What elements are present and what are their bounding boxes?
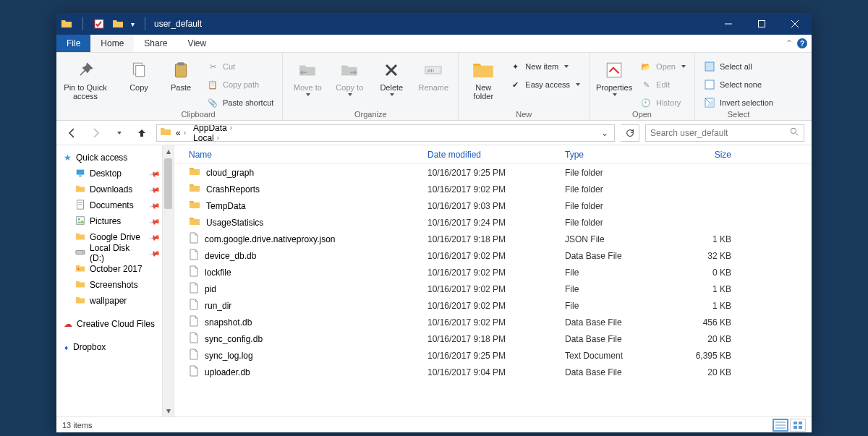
edit-button[interactable]: ✎Edit (637, 77, 689, 93)
file-type: File (565, 301, 666, 311)
new-folder-button[interactable]: New folder (464, 56, 502, 101)
scroll-thumb[interactable] (164, 158, 172, 209)
qat-dropdown-icon[interactable]: ▾ (131, 20, 135, 28)
file-icon (189, 215, 200, 229)
file-row[interactable]: cloud_graph10/16/2017 9:25 PMFile folder (174, 164, 812, 181)
file-icon (189, 182, 200, 196)
tab-view[interactable]: View (177, 35, 216, 52)
pin-icon: 📌 (149, 184, 161, 195)
nav-item[interactable]: Documents📌 (64, 197, 174, 213)
easy-access-icon: ✔ (509, 79, 521, 90)
nav-item[interactable]: Downloads📌 (64, 181, 174, 197)
file-row[interactable]: CrashReports10/16/2017 9:02 PMFile folde… (174, 181, 812, 197)
column-date[interactable]: Date modified (427, 150, 565, 160)
easy-access-button[interactable]: ✔Easy access (506, 77, 583, 93)
creative-cloud-group[interactable]: ☁ Creative Cloud Files (64, 316, 174, 332)
file-row[interactable]: uploader.db10/16/2017 9:04 PMData Base F… (174, 364, 812, 380)
svg-point-23 (78, 218, 80, 220)
nav-item[interactable]: October 2017 (64, 261, 174, 277)
nav-recent-dropdown[interactable] (110, 124, 127, 142)
nav-item-icon (75, 215, 85, 228)
properties-button[interactable]: Properties (595, 56, 633, 96)
address-dropdown-icon[interactable]: ⌄ (598, 128, 611, 138)
new-item-button[interactable]: ✦New item (506, 59, 583, 74)
svg-rect-8 (178, 62, 184, 65)
nav-forward-button[interactable] (87, 124, 104, 142)
breadcrumb-segment[interactable]: AppData › (190, 124, 258, 133)
file-row[interactable]: sync_log.log10/16/2017 9:25 PMText Docum… (174, 347, 812, 364)
search-input[interactable]: Search user_default (645, 124, 804, 142)
select-none-button[interactable]: Select none (701, 77, 776, 93)
nav-item-label: Pictures (90, 216, 121, 226)
breadcrumb-overflow[interactable]: « › (173, 128, 189, 138)
minimize-button[interactable] (712, 13, 745, 35)
dropbox-group[interactable]: ⬧ Dropbox (64, 339, 174, 355)
file-date: 10/16/2017 9:25 PM (427, 168, 565, 178)
nav-item[interactable]: Desktop📌 (64, 166, 174, 181)
file-icon (189, 282, 199, 296)
paste-button[interactable]: Paste (162, 56, 200, 92)
move-to-button[interactable]: Move to (289, 56, 326, 96)
history-button[interactable]: 🕘History (637, 95, 689, 108)
collapse-ribbon-icon[interactable]: ⌃ (786, 38, 793, 48)
help-icon[interactable]: ? (797, 38, 807, 48)
svg-rect-11 (607, 63, 621, 77)
column-name[interactable]: Name (174, 150, 427, 160)
select-all-icon (704, 61, 715, 72)
refresh-button[interactable] (621, 124, 639, 142)
pin-label: Pin to Quick access (62, 83, 109, 101)
paste-label: Paste (171, 83, 191, 92)
tab-share[interactable]: Share (134, 35, 177, 52)
column-headers: Name Date modified Type Size (174, 145, 812, 164)
copy-path-button[interactable]: 📋Copy path (204, 77, 276, 93)
file-row[interactable]: UsageStatisics10/16/2017 9:24 PMFile fol… (174, 214, 812, 231)
file-name: sync_log.log (205, 351, 253, 361)
rename-button[interactable]: ab Rename (414, 56, 452, 92)
file-row[interactable]: device_db.db10/16/2017 9:02 PMData Base … (174, 247, 812, 264)
scroll-down-icon[interactable]: ▾ (163, 405, 174, 416)
invert-selection-button[interactable]: Invert selection (701, 95, 776, 108)
file-row[interactable]: run_dir10/16/2017 9:02 PMFile1 KB (174, 297, 812, 314)
tab-home[interactable]: Home (90, 35, 134, 52)
quick-access-group[interactable]: ★ Quick access (64, 150, 174, 166)
file-row[interactable]: pid10/16/2017 9:02 PMFile1 KB (174, 281, 812, 297)
file-row[interactable]: snapshot.db10/16/2017 9:02 PMData Base F… (174, 314, 812, 330)
breadcrumb-segment[interactable]: Local › (190, 133, 258, 142)
open-button[interactable]: 📂Open (637, 59, 689, 74)
scroll-up-icon[interactable]: ▴ (163, 145, 174, 157)
view-details-button[interactable] (773, 419, 788, 432)
nav-item[interactable]: Screenshots (64, 277, 174, 293)
svg-rect-13 (705, 80, 714, 89)
file-date: 10/16/2017 9:03 PM (427, 201, 565, 211)
svg-rect-32 (793, 426, 797, 429)
select-all-button[interactable]: Select all (701, 59, 776, 74)
tab-file[interactable]: File (56, 35, 90, 52)
qat-checkbox-icon[interactable] (93, 18, 105, 30)
qat-folder-icon[interactable] (112, 18, 124, 30)
nav-back-button[interactable] (64, 124, 81, 142)
file-name: CrashReports (206, 184, 260, 195)
file-row[interactable]: TempData10/16/2017 9:03 PMFile folder (174, 197, 812, 214)
file-row[interactable]: lockfile10/16/2017 9:02 PMFile0 KB (174, 264, 812, 281)
copy-button[interactable]: Copy (120, 56, 158, 92)
view-icons-button[interactable] (790, 419, 806, 432)
file-row[interactable]: com.google.drive.nativeproxy.json10/16/2… (174, 231, 812, 247)
column-type[interactable]: Type (565, 150, 666, 160)
cut-button[interactable]: ✂Cut (204, 59, 276, 74)
column-size[interactable]: Size (666, 150, 753, 160)
nav-up-button[interactable] (133, 124, 150, 142)
maximize-button[interactable] (745, 13, 778, 35)
pin-to-quick-access-button[interactable]: Pin to Quick access (62, 56, 109, 101)
file-row[interactable]: sync_config.db10/16/2017 9:18 PMData Bas… (174, 330, 812, 347)
file-type: File folder (565, 218, 666, 228)
nav-item[interactable]: wallpaper (64, 293, 174, 309)
paste-shortcut-button[interactable]: 📎Paste shortcut (204, 95, 276, 108)
nav-item[interactable]: Local Disk (D:)📌 (64, 245, 174, 261)
nav-item-icon (75, 263, 85, 275)
address-bar[interactable]: « › Local Disk (C:) ›Users ›fatiw ›AppDa… (156, 124, 615, 142)
close-button[interactable] (778, 13, 812, 35)
delete-button[interactable]: Delete (373, 56, 410, 96)
copy-to-button[interactable]: Copy to (331, 56, 368, 96)
nav-item[interactable]: Pictures📌 (64, 213, 174, 229)
nav-scrollbar[interactable]: ▴ ▾ (162, 145, 174, 416)
